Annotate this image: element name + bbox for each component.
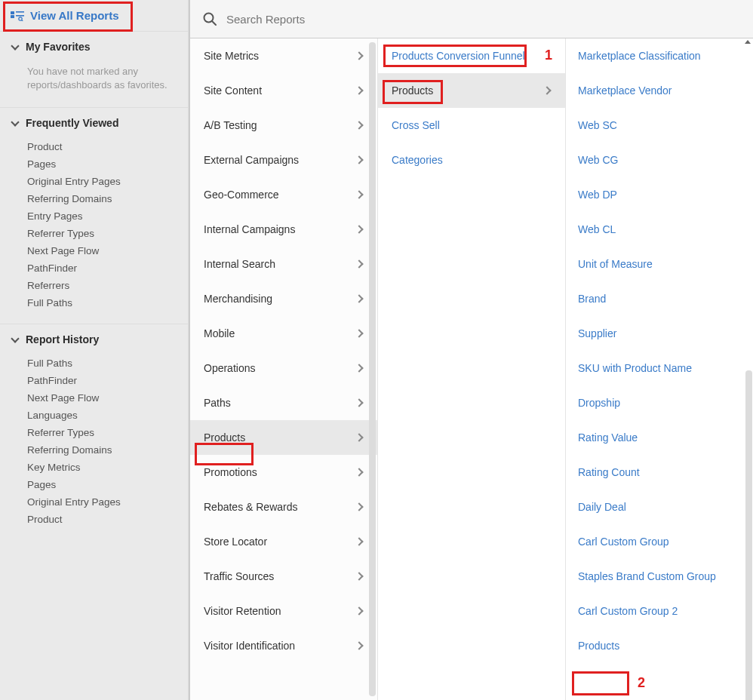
chevron-right-icon: [355, 572, 364, 581]
chevron-right-icon: [355, 190, 364, 199]
category-item[interactable]: Promotions: [190, 455, 377, 490]
main-content: Site MetricsSite ContentA/B TestingExter…: [189, 0, 753, 700]
report-item[interactable]: Products: [566, 628, 753, 663]
category-item[interactable]: Geo-Commerce: [190, 177, 377, 212]
report-item[interactable]: Rating Value: [566, 420, 753, 455]
category-item[interactable]: Products: [190, 420, 377, 455]
scrollbar-col3[interactable]: [745, 370, 752, 700]
favorites-header[interactable]: My Favorites: [0, 32, 188, 62]
sidebar-item[interactable]: Referrer Types: [0, 424, 188, 441]
report-item[interactable]: Rating Count: [566, 455, 753, 490]
category-label: Paths: [204, 397, 231, 409]
category-item[interactable]: Internal Campaigns: [190, 212, 377, 247]
report-item[interactable]: Unit of Measure: [566, 247, 753, 281]
category-item[interactable]: Internal Search: [190, 247, 377, 281]
category-label: Site Content: [204, 84, 262, 97]
chevron-right-icon: [355, 537, 364, 546]
sidebar-item[interactable]: Next Page Flow: [0, 389, 188, 407]
category-item[interactable]: Site Content: [190, 73, 377, 108]
sidebar-item[interactable]: Referrers: [0, 277, 188, 294]
sidebar-item[interactable]: Key Metrics: [0, 459, 188, 476]
sidebar-item[interactable]: Languages: [0, 407, 188, 424]
chevron-right-icon: [355, 225, 364, 234]
category-item[interactable]: Paths: [190, 385, 377, 420]
favorites-title: My Favorites: [26, 41, 91, 53]
sidebar-item[interactable]: Pages: [0, 476, 188, 493]
chevron-right-icon: [355, 329, 364, 338]
subcategory-item[interactable]: Categories: [378, 143, 565, 177]
sidebar-item[interactable]: Referrer Types: [0, 225, 188, 242]
sidebar-item[interactable]: Product: [0, 511, 188, 528]
category-item[interactable]: Visitor Retention: [190, 594, 377, 628]
sidebar-item[interactable]: PathFinder: [0, 259, 188, 277]
scrollbar[interactable]: [369, 42, 376, 696]
frequently-viewed-header[interactable]: Frequently Viewed: [0, 108, 188, 138]
sidebar-item[interactable]: Original Entry Pages: [0, 493, 188, 511]
sidebar-item[interactable]: Full Paths: [0, 294, 188, 312]
category-item[interactable]: Store Locator: [190, 524, 377, 559]
scroll-up-arrow[interactable]: [745, 40, 751, 44]
svg-line-5: [22, 20, 23, 20]
chevron-right-icon: [355, 51, 364, 60]
report-item[interactable]: Brand: [566, 281, 753, 316]
category-item[interactable]: Operations: [190, 351, 377, 385]
svg-line-7: [212, 21, 216, 25]
report-item[interactable]: Web CG: [566, 143, 753, 177]
category-item[interactable]: Rebates & Rewards: [190, 490, 377, 524]
category-item[interactable]: Site Metrics: [190, 38, 377, 73]
category-column-3: Marketplace ClassificationMarketplace Ve…: [566, 38, 753, 700]
report-item[interactable]: Web SC: [566, 108, 753, 143]
chevron-right-icon: [355, 86, 364, 95]
category-item[interactable]: Traffic Sources: [190, 559, 377, 594]
search-input[interactable]: [226, 13, 742, 26]
report-item[interactable]: Carl Custom Group: [566, 524, 753, 559]
report-item[interactable]: Staples Brand Custom Group: [566, 559, 753, 594]
chevron-right-icon: [355, 121, 364, 130]
sidebar-item[interactable]: Pages: [0, 155, 188, 173]
sidebar-item[interactable]: Full Paths: [0, 355, 188, 372]
report-item[interactable]: Marketplace Vendor: [566, 73, 753, 108]
subcategory-item[interactable]: Products Conversion Funnel: [378, 38, 565, 73]
category-label: Promotions: [204, 466, 257, 478]
report-item[interactable]: Supplier: [566, 316, 753, 351]
sidebar-item[interactable]: PathFinder: [0, 372, 188, 389]
frequently-viewed-list: ProductPagesOriginal Entry PagesReferrin…: [0, 138, 188, 319]
chevron-down-icon: [11, 42, 20, 51]
category-item[interactable]: Merchandising: [190, 281, 377, 316]
sidebar-item[interactable]: Original Entry Pages: [0, 173, 188, 190]
category-item[interactable]: Mobile: [190, 316, 377, 351]
sidebar-item[interactable]: Product: [0, 138, 188, 155]
svg-rect-2: [11, 15, 14, 18]
category-label: Internal Search: [204, 258, 275, 270]
report-item[interactable]: Carl Custom Group 2: [566, 594, 753, 628]
report-item[interactable]: Marketplace Classification: [566, 38, 753, 73]
category-item[interactable]: Visitor Identification: [190, 628, 377, 663]
report-item[interactable]: Web DP: [566, 177, 753, 212]
view-all-reports-button[interactable]: View All Reports: [0, 0, 188, 32]
category-label: Merchandising: [204, 293, 272, 305]
report-item[interactable]: Web CL: [566, 212, 753, 247]
search-icon: [202, 11, 217, 26]
report-history-list: Full PathsPathFinderNext Page FlowLangua…: [0, 355, 188, 536]
report-item[interactable]: SKU with Product Name: [566, 351, 753, 385]
sidebar-item[interactable]: Referring Domains: [0, 441, 188, 459]
report-history-header[interactable]: Report History: [0, 324, 188, 355]
reports-icon: [11, 11, 24, 21]
subcategory-item[interactable]: Products: [378, 73, 565, 108]
sidebar-item[interactable]: Next Page Flow: [0, 242, 188, 259]
sidebar-item[interactable]: Referring Domains: [0, 190, 188, 207]
chevron-right-icon: [355, 294, 364, 303]
chevron-right-icon: [355, 364, 364, 373]
report-item[interactable]: Dropship: [566, 385, 753, 420]
category-label: Site Metrics: [204, 50, 259, 62]
sidebar: View All Reports My Favorites You have n…: [0, 0, 189, 700]
subcategory-label: Cross Sell: [392, 119, 440, 131]
category-item[interactable]: External Campaigns: [190, 143, 377, 177]
svg-rect-3: [16, 15, 24, 17]
sidebar-item[interactable]: Entry Pages: [0, 207, 188, 225]
category-item[interactable]: A/B Testing: [190, 108, 377, 143]
category-label: Traffic Sources: [204, 570, 274, 582]
report-item[interactable]: Daily Deal: [566, 490, 753, 524]
chevron-down-icon: [11, 118, 20, 127]
subcategory-item[interactable]: Cross Sell: [378, 108, 565, 143]
